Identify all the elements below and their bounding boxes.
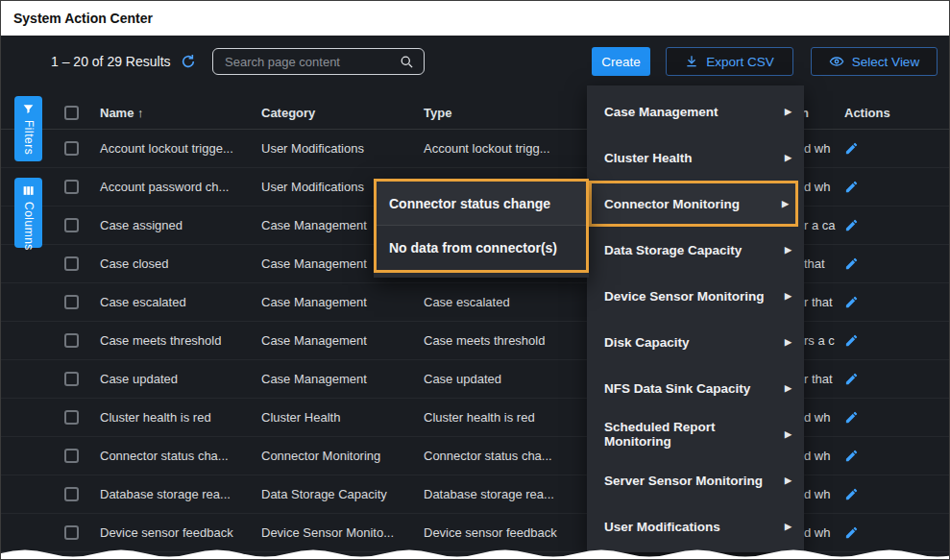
select-all-checkbox[interactable] — [64, 106, 79, 120]
row-checkbox[interactable] — [64, 256, 79, 271]
menu-item-connector-monitoring[interactable]: Connector Monitoring ▶ — [589, 181, 798, 227]
table-row: Case meets threshold Case Management Cas… — [1, 322, 949, 360]
menu-item-case-management[interactable]: Case Management ▶ — [587, 88, 804, 134]
menu-item-cluster-health[interactable]: Cluster Health ▶ — [587, 134, 804, 181]
search-box — [212, 48, 425, 75]
column-header-category[interactable]: Category — [261, 97, 315, 130]
search-icon[interactable] — [400, 55, 414, 69]
cell-name: Case updated — [100, 360, 178, 399]
cell-description-fragment: d wh — [804, 399, 830, 437]
table-row: Connector status cha... Connector Monito… — [1, 437, 949, 475]
row-checkbox[interactable] — [64, 487, 79, 501]
chevron-right-icon: ▶ — [785, 383, 792, 393]
menu-item-server-sensor-monitoring[interactable]: Server Sensor Monitoring ▶ — [587, 457, 804, 503]
table-row: Case updated Case Management Case update… — [1, 360, 949, 399]
cell-description-fragment: d wh — [804, 168, 830, 207]
row-checkbox[interactable] — [64, 295, 79, 309]
cell-description-fragment: that — [804, 245, 825, 283]
create-submenu-connector-monitoring: Connector status change No data from con… — [374, 179, 589, 278]
row-checkbox[interactable] — [64, 372, 79, 386]
row-checkbox[interactable] — [64, 141, 79, 156]
table-row: Account lockout trigge... User Modificat… — [1, 130, 949, 168]
cell-category: Case Management — [261, 322, 367, 360]
app-window: System Action Center 1 – 20 of 29 Result… — [0, 0, 950, 560]
cell-category: Case Management — [261, 207, 367, 245]
results-count: 1 – 20 of 29 Results — [51, 47, 171, 76]
chevron-right-icon: ▶ — [785, 475, 792, 485]
select-view-button[interactable]: Select View — [811, 47, 938, 76]
edit-pencil-icon[interactable] — [844, 180, 859, 194]
row-checkbox[interactable] — [64, 218, 79, 232]
chevron-right-icon: ▶ — [785, 522, 792, 531]
cell-name: Database storage rea... — [100, 475, 231, 514]
sidebar-tab-filters[interactable]: Filters — [14, 96, 42, 161]
column-header-actions: Actions — [844, 97, 890, 130]
cell-name: Case assigned — [100, 207, 183, 245]
eye-icon — [829, 54, 844, 69]
cell-category: Case Management — [261, 360, 367, 399]
chevron-right-icon: ▶ — [785, 245, 792, 255]
cell-description-fragment: d wh — [804, 130, 830, 168]
sort-asc-icon: ↑ — [137, 106, 144, 120]
cell-type: Database storage rea... — [424, 475, 554, 514]
filter-icon — [22, 103, 35, 115]
cell-name: Case escalated — [100, 283, 186, 322]
edit-pencil-icon[interactable] — [844, 372, 859, 386]
menu-item-scheduled-report-monitoring[interactable]: Scheduled Report Monitoring ▶ — [587, 411, 804, 457]
menu-item-disk-capacity[interactable]: Disk Capacity ▶ — [587, 319, 804, 365]
submenu-item-connector-status-change[interactable]: Connector status change — [377, 182, 586, 226]
cell-type: Case meets threshold — [424, 322, 545, 360]
menu-item-device-sensor-monitoring[interactable]: Device Sensor Monitoring ▶ — [587, 273, 804, 319]
sidebar-tab-label: Columns — [22, 202, 36, 251]
menu-item-user-modifications[interactable]: User Modifications ▶ — [587, 503, 804, 549]
cell-description-fragment: d wh — [804, 514, 830, 552]
cell-category: Device Sensor Monito... — [261, 514, 394, 552]
submenu-item-no-data-from-connectors[interactable]: No data from connector(s) — [377, 226, 586, 270]
menu-item-data-storage-capacity[interactable]: Data Storage Capacity ▶ — [587, 227, 804, 273]
edit-pencil-icon[interactable] — [844, 487, 859, 501]
edit-pencil-icon[interactable] — [844, 295, 859, 309]
chevron-right-icon: ▶ — [785, 429, 792, 439]
column-header-type[interactable]: Type — [424, 97, 451, 130]
cell-category: User Modifications — [261, 130, 364, 168]
edit-pencil-icon[interactable] — [844, 333, 859, 348]
edit-pencil-icon[interactable] — [844, 525, 859, 540]
cell-category: User Modifications — [261, 168, 364, 207]
cell-type: Account lockout trigg... — [424, 130, 550, 168]
row-checkbox[interactable] — [64, 449, 79, 463]
cell-category: Case Management — [261, 245, 367, 283]
edit-pencil-icon[interactable] — [844, 218, 859, 232]
page-title: System Action Center — [1, 1, 949, 36]
edit-pencil-icon[interactable] — [844, 410, 859, 425]
edit-pencil-icon[interactable] — [844, 449, 859, 463]
refresh-icon[interactable] — [181, 54, 196, 73]
sidebar-tab-label: Filters — [22, 120, 36, 155]
cell-name: Cluster health is red — [100, 399, 211, 437]
row-checkbox[interactable] — [64, 410, 79, 425]
download-icon — [685, 55, 698, 68]
chevron-right-icon: ▶ — [785, 107, 792, 116]
create-button[interactable]: Create — [592, 47, 650, 76]
sidebar-tab-columns[interactable]: Columns — [14, 178, 42, 248]
edit-pencil-icon[interactable] — [844, 256, 859, 271]
chevron-right-icon: ▶ — [785, 337, 792, 347]
chevron-right-icon: ▶ — [785, 153, 792, 162]
cell-type: Case updated — [424, 360, 501, 399]
row-checkbox[interactable] — [64, 525, 79, 540]
search-input[interactable] — [213, 55, 400, 69]
cell-name: Case closed — [100, 245, 169, 283]
main-area: 1 – 20 of 29 Results Create Export CSV — [1, 36, 949, 559]
column-header-name[interactable]: Name ↑ — [100, 97, 144, 130]
cell-name: Case meets threshold — [100, 322, 221, 360]
row-checkbox[interactable] — [64, 180, 79, 194]
table-row: Cluster health is red Cluster Health Clu… — [1, 399, 949, 437]
cell-name: Account password ch... — [100, 168, 229, 207]
export-csv-button[interactable]: Export CSV — [666, 47, 793, 76]
table-row: Case escalated Case Management Case esca… — [1, 283, 949, 322]
edit-pencil-icon[interactable] — [844, 141, 859, 156]
table-row: Database storage rea... Data Storage Cap… — [1, 475, 949, 514]
highlight-frame: Connector status change No data from con… — [374, 179, 589, 273]
menu-item-nfs-data-sink-capacity[interactable]: NFS Data Sink Capacity ▶ — [587, 365, 804, 411]
row-checkbox[interactable] — [64, 333, 79, 348]
chevron-right-icon: ▶ — [782, 199, 789, 208]
